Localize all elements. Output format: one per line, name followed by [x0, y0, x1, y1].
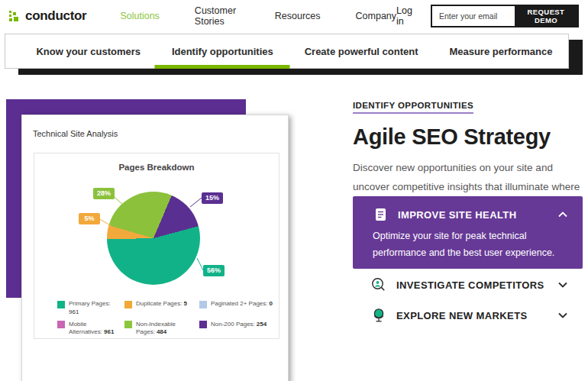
pie-label-15: 15%	[202, 192, 223, 204]
tab-know-your-customers[interactable]: Know your customers	[36, 34, 141, 68]
pages-breakdown-chart: Pages Breakdown 28% 15% 5% 56% Primary P…	[34, 153, 279, 339]
pie-label-5: 5%	[79, 213, 100, 224]
chart-legend: Primary Pages:961 Duplicate Pages:5 Pagi…	[57, 300, 276, 337]
tab-create-powerful-content[interactable]: Create powerful content	[305, 34, 418, 68]
chevron-up-icon[interactable]	[558, 211, 567, 218]
feature-tabbar: Know your customers Identify opportuniti…	[0, 34, 588, 75]
accordion-explore-new-markets[interactable]: EXPLORE NEW MARKETS	[353, 302, 583, 328]
card-title: Technical Site Analysis	[33, 129, 118, 138]
accordion-title: INVESTIGATE COMPETITORS	[396, 279, 544, 291]
document-icon	[373, 207, 388, 222]
logo-text: conductor	[25, 8, 86, 24]
email-signup-group: REQUEST DEMO	[431, 5, 579, 27]
top-header: conductor Solutions Customer Stories Res…	[0, 0, 588, 32]
conductor-logo-icon	[9, 10, 21, 22]
accordion-title: EXPLORE NEW MARKETS	[396, 310, 528, 321]
main-nav: Solutions Customer Stories Resources Com…	[120, 5, 396, 27]
pie-chart	[107, 192, 200, 285]
legend-swatch	[57, 301, 65, 308]
nav-customer-stories[interactable]: Customer Stories	[195, 5, 240, 27]
content-column: IDENTIFY OPPORTUNITIES Agile SEO Strateg…	[353, 98, 583, 381]
legend-non-200-pages: Non-200 Pages:254	[199, 321, 273, 337]
legend-swatch	[199, 321, 207, 328]
legend-mobile-alternatives: Mobile Alternatives:961	[57, 321, 124, 337]
nav-solutions[interactable]: Solutions	[120, 11, 159, 21]
accordion-header[interactable]: IMPROVE SITE HEALTH	[373, 207, 567, 222]
legend-primary-pages: Primary Pages:961	[57, 300, 124, 317]
accordion-investigate-competitors[interactable]: INVESTIGATE COMPETITORS	[353, 272, 583, 298]
nav-resources[interactable]: Resources	[275, 11, 321, 21]
chart-title: Pages Breakdown	[34, 163, 279, 172]
globe-icon	[371, 308, 386, 323]
tabbar: Know your customers Identify opportuniti…	[5, 34, 569, 69]
page: conductor Solutions Customer Stories Res…	[0, 0, 588, 381]
accordion-body: Optimize your site for peak technical pe…	[373, 228, 570, 262]
accordion-title: IMPROVE SITE HEALTH	[398, 209, 516, 221]
legend-paginated-pages: Paginated 2+ Pages:0	[199, 300, 273, 317]
tab-measure-performance[interactable]: Measure performance	[449, 34, 552, 68]
eyebrow-label: IDENTIFY OPPORTUNITIES	[353, 101, 473, 114]
conductor-logo[interactable]: conductor	[9, 8, 86, 24]
chevron-down-icon[interactable]	[558, 312, 567, 318]
legend-swatch	[124, 321, 132, 328]
pie-label-56: 56%	[203, 265, 225, 276]
pie-label-28: 28%	[93, 188, 115, 199]
legend-swatch	[199, 301, 207, 308]
legend-swatch	[57, 321, 65, 328]
page-title: Agile SEO Strategy	[353, 124, 583, 150]
email-input[interactable]	[432, 6, 515, 26]
request-demo-button[interactable]: REQUEST DEMO	[515, 6, 577, 26]
technical-site-analysis-card: Technical Site Analysis Pages Breakdown …	[21, 115, 289, 381]
chevron-down-icon[interactable]	[558, 282, 567, 288]
legend-duplicate-pages: Duplicate Pages:5	[124, 300, 199, 317]
login-link[interactable]: Log in	[396, 5, 420, 27]
tab-identify-opportunities[interactable]: Identify opportunities	[172, 34, 273, 68]
legend-non-indexable-pages: Non-Indexable Pages:484	[124, 321, 199, 337]
legend-swatch	[124, 301, 132, 308]
competitor-search-icon	[371, 277, 386, 292]
nav-company[interactable]: Company	[356, 11, 397, 21]
accordion-improve-site-health[interactable]: IMPROVE SITE HEALTH Optimize your site f…	[353, 196, 583, 269]
